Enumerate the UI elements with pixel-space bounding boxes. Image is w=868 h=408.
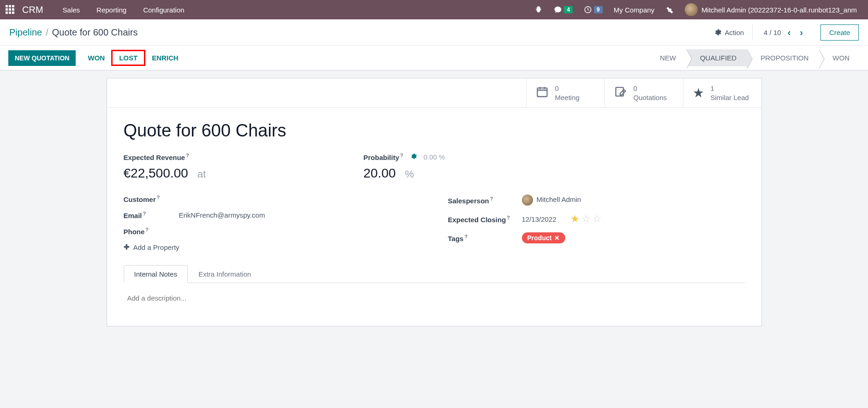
- tab-content: [124, 283, 745, 313]
- pager-next[interactable]: ›: [797, 27, 806, 38]
- stage-new[interactable]: NEW: [646, 49, 686, 66]
- expected-closing-label: Expected Closing?: [448, 215, 522, 224]
- tag-product[interactable]: Product ✕: [522, 232, 566, 243]
- salesperson-label: Salesperson?: [448, 196, 522, 205]
- avatar-icon: [522, 195, 533, 206]
- calendar-icon: [536, 85, 549, 101]
- customer-label: Customer?: [124, 195, 179, 203]
- expected-closing-value[interactable]: 12/13/2022: [522, 215, 557, 223]
- breadcrumb-current: Quote for 600 Chairs: [52, 27, 138, 38]
- breadcrumb-row: Pipeline / Quote for 600 Chairs Action 4…: [0, 19, 868, 46]
- stage-bar: NEW QUALIFIED PROPOSITION WON: [646, 49, 860, 66]
- expected-revenue-value[interactable]: €22,500.00: [124, 166, 188, 181]
- at-label: at: [198, 168, 206, 180]
- menu-configuration[interactable]: Configuration: [135, 6, 192, 14]
- messaging-badge: 4: [564, 6, 573, 13]
- star-3[interactable]: ☆: [593, 213, 602, 225]
- expected-revenue-label: Expected Revenue?: [124, 153, 336, 161]
- gear-icon[interactable]: [410, 153, 417, 161]
- tags-value[interactable]: Product ✕: [522, 232, 566, 243]
- auto-probability[interactable]: 0.00 %: [424, 153, 445, 161]
- star-icon: ★: [693, 85, 704, 101]
- activity-icon[interactable]: 9: [578, 0, 608, 19]
- stage-qualified[interactable]: QUALIFIED: [686, 49, 747, 66]
- email-value[interactable]: ErikNFrench@armyspy.com: [179, 211, 265, 219]
- enrich-button[interactable]: ENRICH: [145, 50, 185, 65]
- email-label: Email?: [124, 211, 179, 219]
- tab-internal-notes[interactable]: Internal Notes: [124, 265, 188, 283]
- app-brand[interactable]: CRM: [22, 5, 43, 15]
- pager: 4 / 10 ‹ ›: [753, 27, 817, 38]
- create-button[interactable]: Create: [820, 24, 859, 41]
- lost-button[interactable]: LOST: [111, 50, 145, 66]
- gear-icon: [713, 28, 722, 36]
- plus-icon: ✚: [124, 243, 130, 251]
- company-switcher[interactable]: My Company: [608, 0, 660, 19]
- menu-sales[interactable]: Sales: [54, 6, 89, 14]
- user-menu[interactable]: Mitchell Admin (20222372-16-0-all.runbot…: [679, 0, 862, 19]
- top-navbar: CRM Sales Reporting Configuration 4 9 My…: [0, 0, 868, 19]
- pager-prev[interactable]: ‹: [785, 27, 794, 38]
- won-button[interactable]: WON: [81, 50, 111, 65]
- breadcrumb-root[interactable]: Pipeline: [9, 27, 42, 38]
- apps-icon[interactable]: [6, 5, 15, 14]
- edit-icon: [614, 85, 627, 101]
- pager-text[interactable]: 4 / 10: [764, 29, 781, 36]
- stage-proposition[interactable]: PROPOSITION: [747, 49, 819, 66]
- stat-quotations[interactable]: 0Quotations: [605, 78, 683, 107]
- tab-extra-information[interactable]: Extra Information: [188, 265, 262, 283]
- tools-icon[interactable]: [660, 0, 679, 19]
- phone-label: Phone?: [124, 227, 179, 236]
- debug-icon[interactable]: [529, 0, 548, 19]
- add-property-button[interactable]: ✚ Add a Property: [124, 243, 420, 251]
- tabs: Internal Notes Extra Information: [124, 265, 745, 283]
- tags-label: Tags?: [448, 234, 522, 242]
- stat-meeting[interactable]: 0Meeting: [526, 78, 605, 107]
- star-2[interactable]: ☆: [581, 213, 591, 225]
- star-1[interactable]: ★: [570, 213, 580, 225]
- breadcrumb-separator: /: [46, 27, 48, 38]
- probability-label: Probability?: [364, 153, 403, 161]
- messaging-icon[interactable]: 4: [548, 0, 578, 19]
- priority-stars[interactable]: ★ ☆ ☆: [570, 213, 602, 225]
- activity-badge: 9: [594, 6, 603, 13]
- action-menu[interactable]: Action: [705, 24, 753, 41]
- menu-reporting[interactable]: Reporting: [88, 6, 135, 14]
- salesperson-value[interactable]: Mitchell Admin: [522, 195, 581, 206]
- stat-similar-lead[interactable]: ★ 1Similar Lead: [683, 78, 761, 107]
- form-sheet: 0Meeting 0Quotations ★ 1Similar Lead Quo…: [107, 78, 762, 326]
- description-input[interactable]: [127, 294, 741, 302]
- percent-sign: %: [405, 168, 414, 180]
- tag-remove-icon[interactable]: ✕: [554, 234, 560, 242]
- actions-row: NEW QUOTATION WON LOST ENRICH NEW QUALIF…: [0, 46, 868, 71]
- new-quotation-button[interactable]: NEW QUOTATION: [8, 50, 76, 66]
- record-title[interactable]: Quote for 600 Chairs: [124, 121, 745, 141]
- user-name: Mitchell Admin (20222372-16-0-all.runbot…: [701, 6, 857, 14]
- probability-value[interactable]: 20.00: [364, 166, 396, 181]
- button-box: 0Meeting 0Quotations ★ 1Similar Lead: [107, 78, 761, 108]
- svg-rect-1: [537, 88, 547, 96]
- avatar: [685, 3, 698, 16]
- stage-won[interactable]: WON: [819, 49, 860, 66]
